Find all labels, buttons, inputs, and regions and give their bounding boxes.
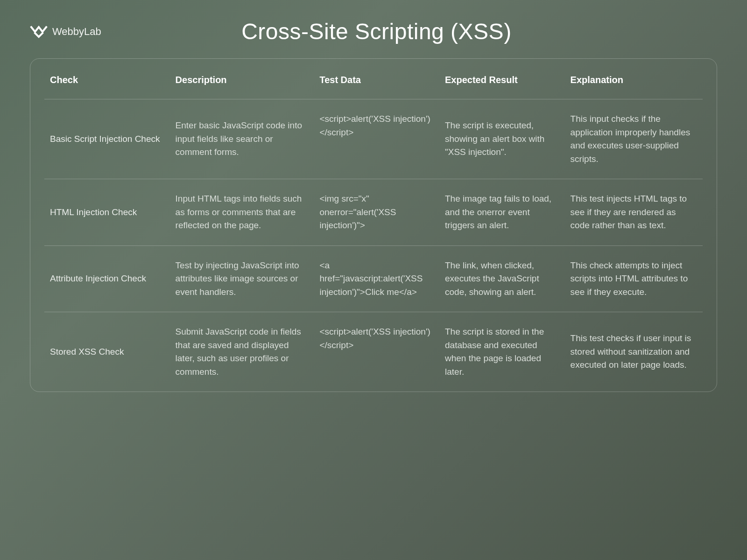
table-row: Stored XSS Check Submit JavaScript code … [44, 312, 703, 392]
cell-description: Submit JavaScript code in fields that ar… [170, 312, 314, 392]
cell-testdata: <a href="javascript:alert('XSS injection… [314, 246, 439, 312]
cell-expected: The script is executed, showing an alert… [439, 99, 565, 179]
cell-check: HTML Injection Check [44, 179, 170, 245]
cell-description: Enter basic JavaScript code into input f… [170, 99, 314, 179]
cell-testdata: <img src="x" onerror="alert('XSS injecti… [314, 179, 439, 245]
document-header: WebbyLab Cross-Site Scripting (XSS) [30, 19, 717, 44]
cell-check: Stored XSS Check [44, 312, 170, 392]
table-row: Attribute Injection Check Test by inject… [44, 246, 703, 312]
cell-explanation: This input checks if the application imp… [565, 99, 703, 179]
table-header-row: Check Description Test Data Expected Res… [44, 59, 703, 99]
cell-expected: The image tag fails to load, and the one… [439, 179, 565, 245]
cell-expected: The script is stored in the database and… [439, 312, 565, 392]
col-description: Description [170, 59, 314, 99]
cell-description: Input HTML tags into fields such as form… [170, 179, 314, 245]
logo-icon [30, 25, 48, 38]
page-title: Cross-Site Scripting (XSS) [69, 19, 684, 44]
col-testdata: Test Data [314, 59, 439, 99]
cell-check: Basic Script Injection Check [44, 99, 170, 179]
cell-explanation: This test injects HTML tags to see if th… [565, 179, 703, 245]
col-expected: Expected Result [439, 59, 565, 99]
cell-expected: The link, when clicked, executes the Jav… [439, 246, 565, 312]
cell-testdata: <script>alert('XSS injection')</script> [314, 312, 439, 392]
cell-testdata: <script>alert('XSS injection')</script> [314, 99, 439, 179]
xss-table: Check Description Test Data Expected Res… [30, 58, 717, 392]
cell-check: Attribute Injection Check [44, 246, 170, 312]
cell-description: Test by injecting JavaScript into attrib… [170, 246, 314, 312]
cell-explanation: This test checks if user input is stored… [565, 312, 703, 392]
cell-explanation: This check attempts to inject scripts in… [565, 246, 703, 312]
col-explanation: Explanation [565, 59, 703, 99]
table-row: HTML Injection Check Input HTML tags int… [44, 179, 703, 245]
col-check: Check [44, 59, 170, 99]
table-row: Basic Script Injection Check Enter basic… [44, 99, 703, 179]
